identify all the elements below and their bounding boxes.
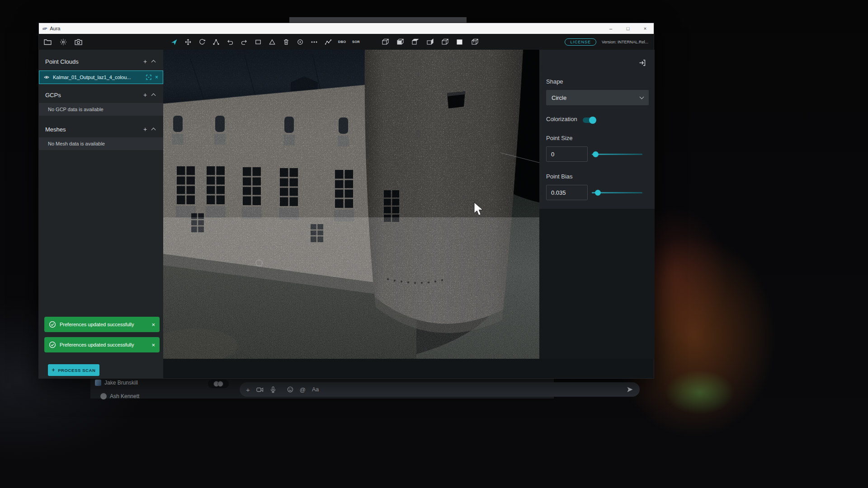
inspector-panel: Shape Circle Colorization Point Size Poi… [539,50,655,359]
toast-message: Preferences updated successfully [60,322,148,327]
delete-trash-icon[interactable] [281,37,291,47]
video-camera-icon[interactable] [256,387,264,393]
gcps-title: GCPs [45,92,140,99]
path-node-tool-icon[interactable] [211,37,221,47]
app-logo: dP [42,27,47,31]
chat-contact-row[interactable]: Ash Kennett [100,393,139,399]
point-cloud-item[interactable]: Kalmar_01_Output_laz1_4_colou... × [39,70,163,84]
process-scan-button[interactable]: + PROCESS SCAN [48,364,99,376]
point-size-input[interactable] [546,146,588,162]
toast-close-icon[interactable]: × [151,321,155,328]
screenshot-camera-icon[interactable] [74,37,83,47]
point-size-slider-thumb[interactable] [593,151,599,157]
process-scan-label: PROCESS SCAN [58,368,95,373]
point-size-label: Point Size [546,135,573,141]
mention-icon[interactable]: @ [300,386,306,393]
view-iso-icon[interactable] [380,37,390,47]
gcp-empty-state: No GCP data is available [39,103,163,116]
aura-app-window: dP Aura – □ × [38,23,654,379]
view-side-icon[interactable] [425,37,434,47]
add-gcp-button[interactable]: + [140,91,150,99]
rectangle-select-icon[interactable] [253,37,263,47]
avatar [217,381,223,387]
add-point-cloud-button[interactable]: + [140,58,150,65]
viewport-3d[interactable] [163,50,539,359]
shape-value: Circle [552,94,640,101]
point-bias-label: Point Bias [546,173,573,180]
navigate-tool-icon[interactable] [169,37,179,47]
add-mesh-button[interactable]: + [140,126,150,133]
undo-icon[interactable] [225,37,235,47]
titlebar[interactable]: dP Aura – □ × [39,23,654,34]
pan-tool-icon[interactable] [183,37,193,47]
redo-icon[interactable] [239,37,249,47]
maximize-button[interactable]: □ [619,23,637,34]
view-ortho-icon[interactable] [455,37,464,47]
collapse-point-clouds-icon[interactable] [151,60,156,65]
toast-close-icon[interactable]: × [151,342,155,348]
avatar [95,380,101,386]
toast-message: Preferences updated successfully [60,342,148,347]
microphone-icon[interactable] [270,386,276,393]
profile-line-tool-icon[interactable] [323,37,333,47]
focus-target-icon[interactable] [146,75,151,80]
toast-notification: Preferences updated successfully × [44,317,160,332]
chat-contact-row[interactable]: Jake Brunskill [95,380,138,386]
point-size-slider[interactable] [592,154,642,155]
point-bias-input[interactable] [546,185,588,200]
colorization-toggle[interactable] [583,117,595,123]
mesh-empty-state: No Mesh data is available [39,137,163,150]
view-top-icon[interactable] [410,37,420,47]
toast-notification: Preferences updated successfully × [44,337,160,352]
collapse-panel-icon[interactable] [638,59,646,69]
contact-name: Ash Kennett [110,393,139,399]
group-avatars-pill[interactable] [208,380,229,388]
meshes-title: Meshes [45,126,140,133]
dbo-filter-icon[interactable]: DBO [337,37,347,47]
contact-name: Jake Brunskill [104,380,138,386]
more-tools-ellipsis-icon[interactable] [309,37,319,47]
send-icon[interactable] [627,386,633,393]
format-text-icon[interactable]: Aa [312,386,319,393]
emoji-icon[interactable] [287,386,293,393]
version-label: Version: INTERNAL.Rel... [602,40,648,44]
attach-plus-icon[interactable]: + [246,386,250,394]
render-settings-card: Shape Circle Colorization Point Size Poi… [539,50,655,209]
colorization-label: Colorization [546,116,577,122]
point-bias-slider[interactable] [592,192,642,193]
view-back-icon[interactable] [440,37,449,47]
view-front-icon[interactable] [395,37,405,47]
orbit-tool-icon[interactable] [197,37,207,47]
point-clouds-title: Point Clouds [45,58,140,65]
shape-label: Shape [546,78,563,85]
window-title: Aura [50,26,60,31]
point-picker-icon[interactable] [295,37,305,47]
status-strip [163,359,654,378]
collapse-meshes-icon[interactable] [151,128,156,132]
view-perspective-icon[interactable] [470,37,479,47]
message-composer[interactable]: + @ Aa [240,382,640,397]
collapse-gcps-icon[interactable] [151,94,156,98]
open-folder-icon[interactable] [43,37,52,47]
point-cloud-render [163,50,539,359]
section-gcps-header: GCPs + [39,87,163,103]
chevron-down-icon [640,95,644,99]
avatar [100,393,107,399]
section-point-clouds-header: Point Clouds + [39,53,163,70]
point-cloud-name: Kalmar_01_Output_laz1_4_colou... [53,75,142,80]
point-bias-slider-thumb[interactable] [595,190,601,196]
remove-point-cloud-icon[interactable]: × [155,74,158,80]
close-button[interactable]: × [637,23,654,34]
polygon-select-icon[interactable] [267,37,277,47]
plus-icon: + [52,367,56,373]
sor-filter-icon[interactable]: SOR [351,37,361,47]
success-check-icon [49,341,56,348]
main-toolbar: DBO SOR [39,34,654,50]
minimize-button[interactable]: – [602,23,619,34]
settings-gear-icon[interactable] [58,37,68,47]
success-check-icon [49,321,56,328]
shape-dropdown[interactable]: Circle [546,90,649,105]
license-badge[interactable]: LICENSE [565,38,596,46]
sidebar: Point Clouds + Kalmar_01_Output_laz1_4_c… [39,50,163,378]
visibility-eye-icon[interactable] [44,75,49,80]
